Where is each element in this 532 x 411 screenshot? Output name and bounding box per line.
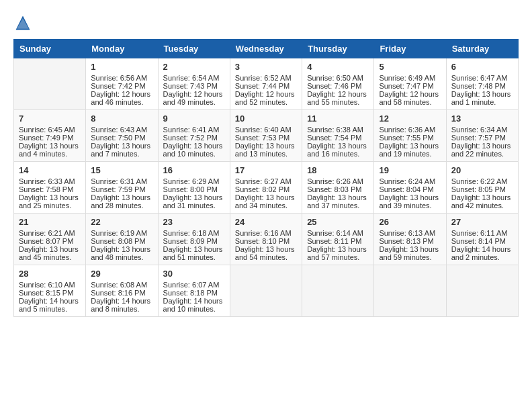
sunrise: Sunrise: 6:26 AM [307,177,363,185]
sunset: Sunset: 8:15 PM [19,289,73,297]
sunrise: Sunrise: 6:52 AM [235,74,292,82]
calendar-cell: 22Sunrise: 6:19 AMSunset: 8:08 PMDayligh… [86,214,158,265]
sunset: Sunset: 8:14 PM [451,237,506,245]
sunrise: Sunrise: 6:33 AM [19,177,75,185]
daylight: Daylight: 13 hours and 31 minutes. [163,193,223,210]
daylight: Daylight: 13 hours and 1 minute. [451,90,511,106]
weekday-header-thursday: Thursday [302,40,374,58]
weekday-header-tuesday: Tuesday [158,40,230,58]
day-number: 5 [379,62,441,72]
sunset: Sunset: 7:48 PM [451,82,506,90]
sunrise: Sunrise: 6:19 AM [91,229,147,237]
daylight: Daylight: 13 hours and 4 minutes. [19,142,79,158]
sunrise: Sunrise: 6:41 AM [163,126,220,134]
svg-marker-1 [17,18,29,29]
daylight: Daylight: 13 hours and 13 minutes. [235,142,295,158]
day-number: 17 [235,165,297,175]
sunset: Sunset: 7:58 PM [19,185,73,193]
daylight: Daylight: 12 hours and 55 minutes. [307,90,367,106]
day-number: 22 [91,217,152,227]
sunrise: Sunrise: 6:24 AM [379,177,435,185]
weekday-header-sunday: Sunday [14,40,86,58]
day-number: 26 [379,217,441,227]
calendar-cell: 12Sunrise: 6:36 AMSunset: 7:55 PMDayligh… [374,110,446,162]
sunrise: Sunrise: 6:13 AM [379,229,435,237]
calendar-cell: 26Sunrise: 6:13 AMSunset: 8:13 PMDayligh… [374,214,446,265]
daylight: Daylight: 13 hours and 28 minutes. [91,193,150,210]
daylight: Daylight: 13 hours and 25 minutes. [19,193,79,210]
day-number: 29 [91,269,152,279]
calendar-table: SundayMondayTuesdayWednesdayThursdayFrid… [13,39,519,317]
day-number: 14 [19,165,81,175]
calendar-week-1: 1Sunrise: 6:56 AMSunset: 7:42 PMDaylight… [14,58,519,110]
day-number: 27 [451,217,513,227]
daylight: Daylight: 13 hours and 57 minutes. [307,245,367,261]
day-number: 23 [163,217,225,227]
day-number: 21 [19,217,81,227]
sunset: Sunset: 7:57 PM [451,134,506,142]
calendar-cell: 21Sunrise: 6:21 AMSunset: 8:07 PMDayligh… [14,214,86,265]
calendar-cell [446,265,518,317]
sunset: Sunset: 8:13 PM [379,237,433,245]
sunrise: Sunrise: 6:45 AM [19,126,75,134]
calendar-cell: 15Sunrise: 6:31 AMSunset: 7:59 PMDayligh… [86,162,158,214]
calendar-cell: 7Sunrise: 6:45 AMSunset: 7:49 PMDaylight… [14,110,86,162]
calendar-cell: 23Sunrise: 6:18 AMSunset: 8:09 PMDayligh… [158,214,230,265]
sunrise: Sunrise: 6:22 AM [451,177,508,185]
daylight: Daylight: 12 hours and 49 minutes. [163,90,223,106]
sunrise: Sunrise: 6:43 AM [91,126,147,134]
calendar-cell: 10Sunrise: 6:40 AMSunset: 7:53 PMDayligh… [230,110,302,162]
calendar-cell: 6Sunrise: 6:47 AMSunset: 7:48 PMDaylight… [446,58,518,110]
day-number: 8 [91,113,152,124]
sunrise: Sunrise: 6:54 AM [163,74,220,82]
day-number: 3 [235,62,297,72]
sunrise: Sunrise: 6:07 AM [163,281,220,289]
calendar-week-5: 28Sunrise: 6:10 AMSunset: 8:15 PMDayligh… [14,265,519,317]
day-number: 25 [307,217,369,227]
sunset: Sunset: 7:49 PM [19,134,73,142]
sunrise: Sunrise: 6:29 AM [163,177,220,185]
sunset: Sunset: 7:42 PM [91,82,145,90]
day-number: 11 [307,113,369,124]
sunrise: Sunrise: 6:21 AM [19,229,75,237]
day-number: 15 [91,165,152,175]
daylight: Daylight: 13 hours and 7 minutes. [91,142,150,158]
day-number: 20 [451,165,513,175]
logo [13,13,35,32]
calendar-cell [14,58,86,110]
sunset: Sunset: 7:44 PM [235,82,290,90]
day-number: 28 [19,269,81,279]
calendar-cell: 9Sunrise: 6:41 AMSunset: 7:52 PMDaylight… [158,110,230,162]
sunset: Sunset: 8:11 PM [307,237,361,245]
sunset: Sunset: 7:50 PM [91,134,145,142]
daylight: Daylight: 12 hours and 58 minutes. [379,90,439,106]
day-number: 18 [307,165,369,175]
day-number: 30 [163,269,225,279]
sunrise: Sunrise: 6:36 AM [379,126,435,134]
sunset: Sunset: 7:59 PM [91,185,145,193]
daylight: Daylight: 14 hours and 8 minutes. [91,297,150,313]
daylight: Daylight: 12 hours and 52 minutes. [235,90,295,106]
sunset: Sunset: 7:43 PM [163,82,218,90]
calendar-cell [374,265,446,317]
sunrise: Sunrise: 6:49 AM [379,74,435,82]
page-header [13,13,519,32]
calendar-week-3: 14Sunrise: 6:33 AMSunset: 7:58 PMDayligh… [14,162,519,214]
daylight: Daylight: 12 hours and 46 minutes. [91,90,150,106]
sunset: Sunset: 8:18 PM [163,289,218,297]
sunrise: Sunrise: 6:27 AM [235,177,292,185]
calendar-week-2: 7Sunrise: 6:45 AMSunset: 7:49 PMDaylight… [14,110,519,162]
day-number: 24 [235,217,297,227]
calendar-cell: 4Sunrise: 6:50 AMSunset: 7:46 PMDaylight… [302,58,374,110]
sunrise: Sunrise: 6:50 AM [307,74,363,82]
day-number: 7 [19,113,81,124]
calendar-cell: 19Sunrise: 6:24 AMSunset: 8:04 PMDayligh… [374,162,446,214]
calendar-cell: 30Sunrise: 6:07 AMSunset: 8:18 PMDayligh… [158,265,230,317]
day-number: 9 [163,113,225,124]
daylight: Daylight: 13 hours and 22 minutes. [451,142,511,158]
calendar-cell: 18Sunrise: 6:26 AMSunset: 8:03 PMDayligh… [302,162,374,214]
sunrise: Sunrise: 6:40 AM [235,126,292,134]
calendar-cell: 28Sunrise: 6:10 AMSunset: 8:15 PMDayligh… [14,265,86,317]
daylight: Daylight: 13 hours and 34 minutes. [235,193,295,210]
day-number: 19 [379,165,441,175]
